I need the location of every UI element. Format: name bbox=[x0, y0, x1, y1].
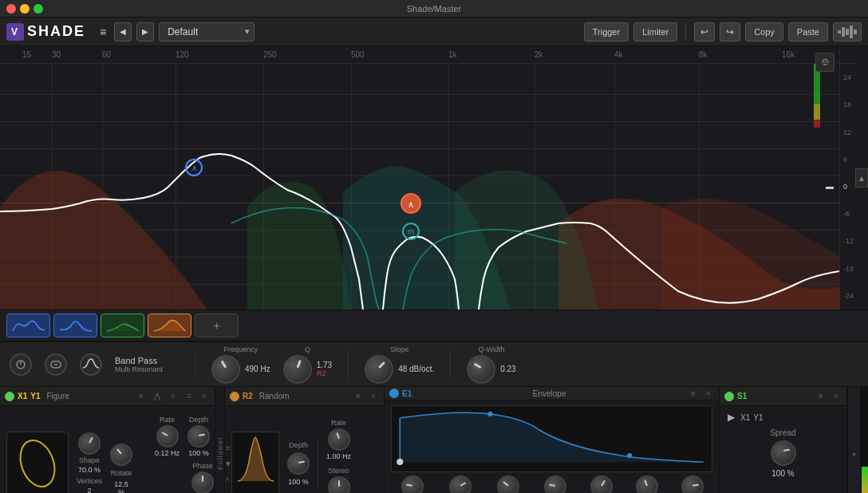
env-depth-knob-group: Depth 100 % bbox=[681, 475, 704, 493]
spread-knob[interactable] bbox=[771, 440, 796, 466]
freq-15: 15 bbox=[22, 50, 31, 59]
attack-knob[interactable] bbox=[497, 475, 519, 493]
power-button[interactable] bbox=[10, 353, 32, 376]
r2-depth-knob[interactable] bbox=[287, 452, 310, 475]
toolbar: V SHADE ≡ ◀ ▶ Default Trigger Limiter ↩ … bbox=[0, 18, 868, 46]
r2-label: R2 bbox=[243, 392, 253, 400]
side-up-button[interactable]: ▲ bbox=[849, 448, 860, 459]
q-knob[interactable] bbox=[283, 355, 312, 384]
s1-menu-icon[interactable]: ≡ bbox=[815, 390, 827, 403]
svg-text:∧: ∧ bbox=[408, 199, 414, 209]
link-button[interactable] bbox=[45, 353, 67, 376]
nav-prev-button[interactable]: ◀ bbox=[114, 22, 132, 41]
r2-stereo-knob[interactable] bbox=[328, 476, 350, 494]
slope-knob[interactable] bbox=[365, 355, 393, 384]
shape-value: 70.0 % bbox=[78, 466, 101, 474]
q-badge: R2 bbox=[317, 369, 332, 377]
s1-power-button[interactable] bbox=[724, 392, 734, 401]
band-tab-2[interactable] bbox=[53, 314, 97, 337]
lfo-power-button[interactable] bbox=[5, 392, 14, 401]
spread-label: Spread bbox=[770, 428, 795, 437]
freq-2k: 2k bbox=[535, 50, 543, 59]
copy-button[interactable]: Copy bbox=[745, 22, 783, 41]
freq-16k: 16k bbox=[782, 50, 795, 59]
rotate-knob-group: Rotate 12.5 % bbox=[110, 431, 132, 494]
r2-type: Random bbox=[259, 392, 290, 400]
db-18: 18 bbox=[843, 101, 851, 108]
phase-knob[interactable] bbox=[191, 471, 214, 494]
delay-knob[interactable] bbox=[401, 475, 424, 493]
undo-button[interactable]: ↩ bbox=[694, 22, 715, 41]
menu-button[interactable]: ≡ bbox=[97, 22, 109, 41]
close-button[interactable] bbox=[6, 4, 16, 14]
decay-knob-group: Decay 2.63 s bbox=[590, 475, 613, 493]
lfo-rate-knob[interactable] bbox=[156, 425, 179, 448]
eq-icon-button[interactable] bbox=[833, 22, 862, 41]
preset-wrapper: Default bbox=[159, 22, 254, 41]
frequency-knob[interactable] bbox=[211, 355, 240, 384]
mod-panels: X1 Y1 Figure ≡ ⋀ ≈ = × Shape 70.0 % bbox=[0, 386, 868, 493]
r2-panel-body: Depth 100 % Rate 1.00 Hz Stereo 0.00 % bbox=[225, 406, 384, 493]
nav-next-button[interactable]: ▶ bbox=[136, 22, 154, 41]
r2-close-button[interactable]: × bbox=[368, 391, 379, 402]
qwidth-value: 0.23 bbox=[500, 365, 515, 373]
filter-sub: Multi Resonant bbox=[115, 365, 163, 373]
hold-knob[interactable] bbox=[544, 475, 566, 493]
band-tab-4[interactable] bbox=[148, 314, 191, 337]
redo-button[interactable]: ↪ bbox=[720, 22, 740, 41]
filter-shape-button[interactable] bbox=[80, 353, 102, 376]
band-tabs: + bbox=[0, 310, 868, 341]
env-depth-knob[interactable] bbox=[681, 475, 704, 493]
shape-knob[interactable] bbox=[78, 432, 101, 455]
r2-menu-icon[interactable]: ≡ bbox=[352, 390, 365, 403]
r2-rate-knob-group: Rate 1.00 Hz bbox=[326, 419, 351, 460]
svg-rect-4 bbox=[854, 30, 857, 34]
lfo-icon2[interactable]: ⋀ bbox=[151, 390, 164, 403]
band-tab-3[interactable] bbox=[101, 314, 144, 337]
freq-500: 500 bbox=[351, 50, 365, 59]
db-0: 0 bbox=[843, 183, 847, 191]
minimize-button[interactable] bbox=[20, 4, 30, 14]
band-tab-1[interactable] bbox=[6, 314, 50, 337]
title-bar: Shade/Master bbox=[0, 0, 868, 18]
add-band-button[interactable]: + bbox=[195, 314, 239, 337]
svg-point-23 bbox=[627, 453, 632, 458]
trigger-button[interactable]: Trigger bbox=[584, 22, 629, 41]
rotate-knob[interactable] bbox=[110, 444, 132, 466]
s1-close-button[interactable]: × bbox=[831, 391, 842, 402]
lfo-rate-controls: Rate 0.12 Hz Depth 100 % Multiplier 1 bbox=[155, 416, 214, 494]
rotate-label: Rotate bbox=[111, 469, 132, 477]
env-close-button[interactable]: × bbox=[703, 388, 714, 399]
env-menu-icon[interactable]: ≡ bbox=[687, 387, 700, 400]
preset-dropdown[interactable]: Default bbox=[159, 22, 254, 41]
lfo-figure-display bbox=[6, 432, 69, 494]
rotate-value: 12.5 % bbox=[110, 480, 132, 494]
lfo-menu-icon[interactable]: ≡ bbox=[135, 390, 148, 403]
phase-label: Phase bbox=[192, 462, 213, 470]
limiter-button[interactable]: Limiter bbox=[633, 22, 677, 41]
maximize-button[interactable] bbox=[34, 4, 43, 14]
lfo-icon3[interactable]: ≈ bbox=[167, 390, 180, 403]
lfo-settings-icon[interactable]: = bbox=[183, 390, 195, 403]
env-curve1-knob[interactable] bbox=[449, 475, 471, 493]
lfo-depth-knob[interactable] bbox=[187, 425, 210, 448]
level-meter-bottom bbox=[860, 387, 868, 493]
r2-power-button[interactable] bbox=[230, 392, 239, 401]
env-power-button[interactable] bbox=[389, 388, 399, 398]
scroll-up-button[interactable]: ▲ bbox=[855, 168, 868, 187]
paste-button[interactable]: Paste bbox=[788, 22, 828, 41]
slope-knob-group: Slope 48 dB/oct. bbox=[365, 345, 434, 384]
s1-panel: S1 ≡ × ▶ X1 Y1 Spread 100 % + bbox=[720, 387, 847, 493]
freq-250: 250 bbox=[263, 50, 277, 59]
lfo-close-button[interactable]: × bbox=[199, 391, 210, 402]
qwidth-knob[interactable] bbox=[467, 355, 495, 384]
decay-knob[interactable] bbox=[590, 475, 613, 493]
lfo-rate-knob-group: Rate 0.12 Hz bbox=[155, 416, 180, 457]
svg-rect-15 bbox=[814, 120, 820, 128]
svg-rect-14 bbox=[814, 104, 820, 120]
window-controls[interactable] bbox=[6, 4, 43, 14]
env-curve2-knob[interactable] bbox=[636, 475, 658, 493]
lfo-panel-body: Shape 70.0 % Vertices 2 Rotate 12.5 % Ra… bbox=[0, 406, 215, 493]
r2-rate-knob[interactable] bbox=[328, 428, 350, 451]
s1-play-icon[interactable]: ▶ bbox=[724, 411, 737, 424]
